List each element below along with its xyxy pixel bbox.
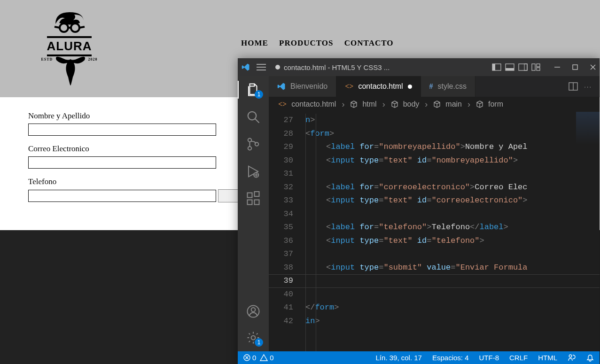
breadcrumb-item[interactable]: contacto.html — [291, 100, 336, 108]
html-file-icon: <> — [345, 82, 353, 91]
svg-rect-13 — [506, 68, 514, 70]
status-bell-icon[interactable] — [586, 354, 594, 362]
layout-bottom-icon[interactable] — [506, 64, 514, 70]
logo-estd-left: ESTD — [41, 57, 53, 62]
svg-point-1 — [71, 23, 79, 32]
layout-left-icon[interactable] — [492, 64, 501, 70]
status-bar: 0 0 Lín. 39, col. 17 Espacios: 4 UTF-8 C… — [238, 351, 600, 364]
svg-line-22 — [255, 119, 259, 123]
explorer-badge: 1 — [255, 90, 263, 99]
status-spaces[interactable]: Espacios: 4 — [432, 354, 469, 362]
code-editor[interactable]: 27282930313233343536373839404142 n><form… — [269, 112, 600, 351]
tab-label: style.css — [438, 82, 467, 91]
split-editor-icon[interactable] — [569, 83, 577, 90]
tab-bienvenido[interactable]: Bienvenido — [269, 76, 336, 97]
breadcrumb-item[interactable]: body — [403, 100, 420, 108]
svg-rect-16 — [532, 64, 535, 70]
run-debug-icon[interactable] — [246, 164, 260, 178]
nav-productos[interactable]: PRODUCTOS — [279, 39, 333, 47]
input-phone[interactable] — [28, 190, 216, 202]
input-email[interactable] — [28, 156, 216, 169]
close-button[interactable] — [590, 64, 596, 70]
status-cursor[interactable]: Lín. 39, col. 17 — [376, 354, 422, 362]
svg-line-4 — [79, 27, 85, 28]
nav-contacto[interactable]: CONTACTO — [344, 39, 394, 47]
code-content[interactable]: n><form><label for="nombreyapellido">Nom… — [302, 112, 600, 351]
minimize-button[interactable] — [554, 64, 560, 70]
status-warnings[interactable]: 0 — [260, 354, 273, 362]
input-name[interactable] — [28, 124, 216, 136]
status-feedback-icon[interactable] — [568, 354, 576, 362]
extensions-icon[interactable] — [246, 192, 260, 206]
warning-icon — [260, 354, 268, 361]
status-language[interactable]: HTML — [538, 354, 557, 362]
css-file-icon: # — [429, 82, 433, 91]
status-errors[interactable]: 0 — [243, 354, 256, 362]
svg-rect-31 — [255, 200, 259, 205]
vscode-window: contacto.html - HTML5 Y CSS3 ... 1 — [238, 58, 600, 364]
status-eol[interactable]: CRLF — [509, 354, 528, 362]
settings-gear-icon[interactable]: 1 — [246, 331, 260, 345]
explorer-icon[interactable]: 1 — [246, 83, 260, 97]
vscode-logo-icon — [277, 82, 286, 91]
vscode-logo-icon — [242, 63, 250, 71]
error-icon — [243, 354, 250, 361]
svg-point-21 — [248, 112, 257, 120]
minimap[interactable] — [576, 112, 600, 145]
svg-rect-32 — [255, 192, 259, 196]
svg-rect-11 — [492, 64, 495, 70]
dirty-indicator-icon — [275, 65, 280, 70]
more-actions-icon[interactable]: ··· — [584, 83, 592, 90]
svg-point-34 — [251, 308, 256, 312]
symbol-icon — [391, 101, 398, 108]
editor-tabs: Bienvenido <> contacto.html # style.css … — [269, 76, 600, 97]
logo-name: ALURA — [33, 39, 106, 54]
status-encoding[interactable]: UTF-8 — [479, 354, 499, 362]
window-title: contacto.html - HTML5 Y CSS3 ... — [284, 63, 390, 71]
maximize-button[interactable] — [572, 64, 578, 70]
source-control-icon[interactable] — [246, 137, 260, 151]
breadcrumb-item[interactable]: main — [445, 100, 462, 108]
svg-rect-29 — [248, 193, 252, 198]
svg-rect-30 — [248, 200, 252, 205]
svg-rect-20 — [573, 65, 577, 70]
breadcrumb-item[interactable]: html — [362, 100, 376, 108]
svg-rect-15 — [524, 64, 527, 70]
svg-point-39 — [569, 355, 572, 357]
dirty-dot-icon — [408, 85, 412, 89]
symbol-icon — [350, 101, 358, 108]
line-number-gutter: 27282930313233343536373839404142 — [269, 112, 302, 351]
hamburger-menu-icon[interactable] — [257, 64, 266, 70]
layout-grid-icon[interactable] — [532, 64, 540, 70]
symbol-icon — [476, 101, 483, 108]
svg-rect-14 — [519, 64, 527, 70]
settings-badge: 1 — [255, 338, 263, 347]
activity-bar: 1 1 — [238, 76, 269, 351]
svg-point-24 — [248, 147, 252, 150]
logo-estd-right: 2020 — [88, 57, 98, 62]
svg-line-3 — [55, 27, 60, 28]
breadcrumbs[interactable]: <> contacto.html html body main form — [269, 97, 600, 112]
symbol-icon — [433, 101, 441, 108]
breadcrumb-item[interactable]: form — [488, 100, 503, 108]
tab-label: contacto.html — [358, 82, 403, 91]
nav-home[interactable]: HOME — [241, 39, 268, 47]
header-logo: ALURA ESTD 2020 — [33, 10, 106, 87]
layout-right-icon[interactable] — [519, 64, 527, 70]
svg-point-0 — [60, 23, 68, 32]
tab-label: Bienvenido — [290, 82, 327, 91]
search-icon[interactable] — [246, 110, 260, 124]
titlebar[interactable]: contacto.html - HTML5 Y CSS3 ... — [238, 58, 600, 76]
svg-rect-17 — [537, 64, 540, 67]
svg-point-35 — [251, 336, 256, 340]
accounts-icon[interactable] — [246, 304, 260, 318]
tab-style-css[interactable]: # style.css — [421, 76, 475, 97]
tab-contacto-html[interactable]: <> contacto.html — [336, 76, 421, 97]
html-file-icon: <> — [278, 100, 287, 108]
svg-rect-18 — [537, 68, 540, 70]
main-nav: HOME PRODUCTOS CONTACTO — [241, 39, 402, 48]
